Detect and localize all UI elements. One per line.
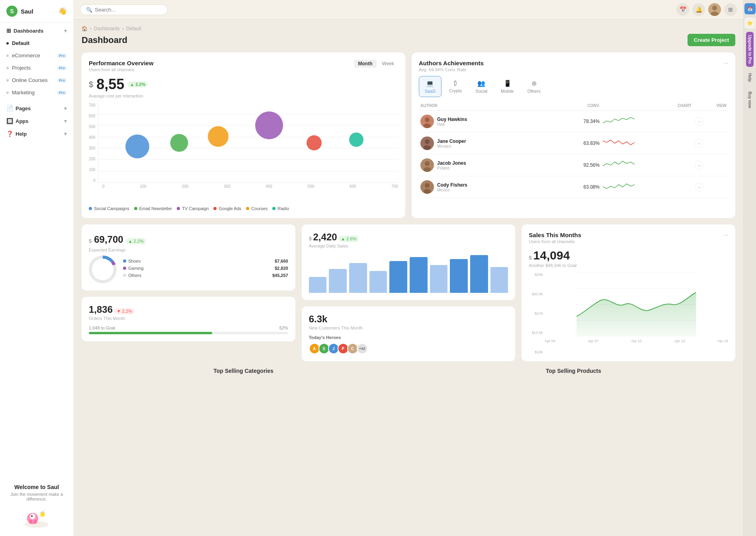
help-chevron: ▾ <box>64 131 67 137</box>
svg-point-3 <box>30 514 35 519</box>
author-tab-social[interactable]: 👥 Social <box>469 76 493 97</box>
period-week-tab[interactable]: Week <box>378 60 398 68</box>
topbar-icons: 📅 🔔 ⊞ <box>676 3 737 16</box>
help-header[interactable]: ❓ Help ▾ <box>0 127 73 140</box>
view-btn-1[interactable]: → <box>695 117 703 126</box>
rp-help-tab[interactable]: Help <box>746 70 754 85</box>
author-name-2: Jane Cooper <box>437 138 466 144</box>
author-avatar-3 <box>420 158 434 172</box>
bubble-google <box>307 135 322 150</box>
bar-col-1 <box>309 277 327 293</box>
right-panel: 📅 ⭐ Upgrade to Pro Help Buy now <box>743 0 756 536</box>
author-name-1: Guy Hawkins <box>437 117 467 122</box>
user-avatar[interactable] <box>708 3 721 16</box>
heroes-label: Today's Heroes <box>309 335 508 340</box>
earnings-label: Expected Earnings <box>89 248 288 252</box>
y-label-600: 600 <box>89 114 96 118</box>
rp-star-icon[interactable]: ⭐ <box>744 18 756 29</box>
sales-more[interactable]: ··· <box>723 232 728 238</box>
sales-y-13k: $13.5K <box>529 331 543 335</box>
breadcrumb: 🏠 › Dashboards › Default <box>82 26 735 31</box>
pages-header[interactable]: 📄 Pages ▾ <box>0 102 73 115</box>
author-tab-crypto[interactable]: ₿ Crypto <box>443 76 468 97</box>
sidebar-item-projects[interactable]: Projects Pro <box>0 62 73 74</box>
col-conv: CONV. <box>551 101 602 111</box>
welcome-title: Welcome to Saul <box>6 484 67 490</box>
tab-label-crypto: Crypto <box>449 88 462 93</box>
pages-chevron: ▾ <box>64 105 67 111</box>
tab-label-saas: SaaS <box>425 89 436 94</box>
others-icon: ⊕ <box>531 80 537 87</box>
apps-label: Apps <box>16 118 29 124</box>
view-btn-3[interactable]: → <box>695 161 703 170</box>
rp-buynow-tab[interactable]: Buy now <box>746 88 754 111</box>
svg-point-21 <box>424 123 431 128</box>
y-label-500: 500 <box>89 125 96 129</box>
bar-4 <box>369 271 387 293</box>
view-btn-4[interactable]: → <box>695 183 703 191</box>
legend-radio: Radio <box>272 206 289 211</box>
authors-title: Authors Achievements <box>419 60 484 66</box>
sidebar-item-marketing[interactable]: Marketing Pro <box>0 86 73 99</box>
page-header: Dashboard Create Project <box>82 34 735 46</box>
period-month-tab[interactable]: Month <box>354 60 377 68</box>
author-tab-saas[interactable]: 💻 SaaS <box>419 76 441 97</box>
bubble-tv <box>255 111 283 139</box>
daily-amount-row: $ 2,420 ▲ 2.6% <box>309 232 508 243</box>
gaming-val: $2,820 <box>275 266 288 271</box>
sales-y-24k: $24K <box>529 273 543 277</box>
sales-x-apr10: Apr 10 <box>631 339 642 343</box>
author-avatar-4 <box>420 180 434 194</box>
orders-card: 1,836 ▼ 2.2% Orders This Month 1,048 to … <box>82 297 295 341</box>
author-tab-mobile[interactable]: 📱 Mobile <box>495 76 520 97</box>
calendar-icon[interactable]: 📅 <box>676 3 689 16</box>
grid-icon[interactable]: ⊞ <box>724 3 737 16</box>
rp-upgrade-tab[interactable]: Upgrade to Pro <box>746 32 754 67</box>
others-val: $45,257 <box>272 273 288 278</box>
legend-row-shoes: Shoes $7,660 <box>123 259 288 263</box>
legend-dot-radio <box>272 207 275 210</box>
social-icon: 👥 <box>477 80 485 87</box>
legend-dot-email <box>134 207 137 210</box>
svg-point-20 <box>425 117 430 122</box>
notification-icon[interactable]: 🔔 <box>692 3 705 16</box>
search-box[interactable]: 🔍 <box>80 4 168 15</box>
sidebar-item-online-courses[interactable]: Online Courses Pro <box>0 74 73 86</box>
legend-social: Social Campaigns <box>89 206 129 211</box>
conv-rate-1: 78.34% <box>551 111 602 133</box>
topbar: 🔍 📅 🔔 ⊞ <box>74 0 743 19</box>
legend-row-gaming: Gaming $2,820 <box>123 266 288 271</box>
sidebar-item-default[interactable]: Default <box>0 37 73 49</box>
apps-chevron: ▾ <box>64 118 67 124</box>
rp-calendar-icon[interactable]: 📅 <box>744 3 756 14</box>
sidebar: S Saul 👋 ⊞ Dashboards ▾ Default eCommerc… <box>0 0 74 536</box>
authors-more[interactable]: ··· <box>723 60 728 66</box>
welcome-sub: Join the movement make a difference. <box>6 492 67 501</box>
sidebar-emoji: 👋 <box>58 7 67 16</box>
earnings-value: 69,700 <box>94 234 123 245</box>
sidebar-ecommerce-label: eCommerce <box>12 53 54 58</box>
breadcrumb-dashboards[interactable]: Dashboards <box>94 26 120 31</box>
bar-chart <box>309 253 508 293</box>
earnings-amount-row: $ 69,700 ▲ 2.2% <box>89 234 288 245</box>
svg-point-27 <box>424 167 431 172</box>
sidebar-item-ecommerce[interactable]: eCommerce Pro <box>0 49 73 62</box>
perf-value-sub: Avarage cost per interaction <box>89 94 398 98</box>
legend-tv: TV Campaign <box>177 206 209 211</box>
create-project-button[interactable]: Create Project <box>688 34 735 46</box>
legend-dot-google <box>213 207 217 210</box>
sales-x-apr13: Apr 13 <box>674 339 685 343</box>
y-label-200: 200 <box>89 157 96 161</box>
dot-icon <box>6 79 9 82</box>
table-row: Jane Cooper Monaco 63.83% <box>419 133 728 154</box>
progress-fill <box>89 332 212 334</box>
author-country-2: Monaco <box>437 144 466 148</box>
dashboards-header[interactable]: ⊞ Dashboards ▾ <box>0 24 73 37</box>
bar-8 <box>450 259 468 293</box>
view-btn-2[interactable]: → <box>695 139 703 148</box>
search-input[interactable] <box>95 7 162 13</box>
goal-pct: 62% <box>279 325 288 330</box>
author-tab-others[interactable]: ⊕ Others <box>522 76 547 97</box>
heroes-row: A S J P C +42 <box>309 343 508 354</box>
apps-header[interactable]: 🔲 Apps ▾ <box>0 115 73 127</box>
